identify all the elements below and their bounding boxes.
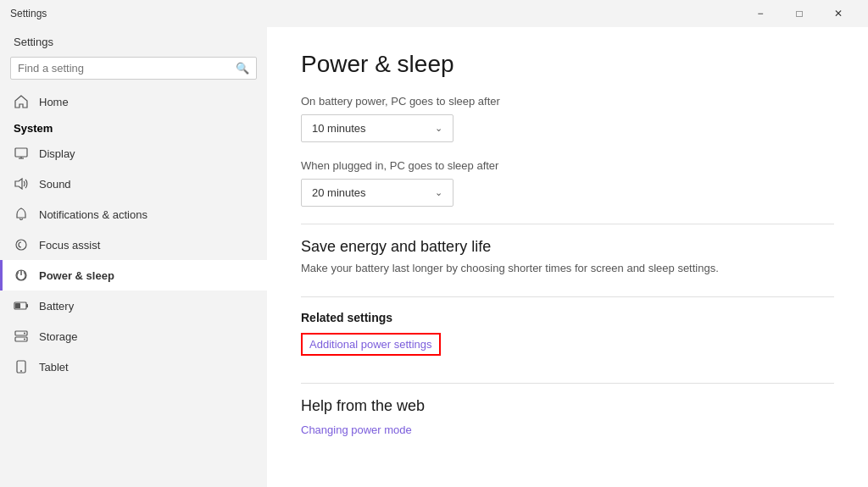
maximize-button[interactable]: □ — [780, 0, 819, 27]
sidebar-item-focus-label: Focus assist — [39, 239, 100, 252]
search-icon: 🔍 — [236, 62, 249, 75]
svg-point-13 — [24, 339, 25, 340]
additional-power-link[interactable]: Additional power settings — [301, 333, 441, 356]
help-heading: Help from the web — [301, 397, 834, 415]
power-icon — [14, 268, 29, 283]
battery-icon — [14, 298, 29, 313]
app-title: Settings — [10, 8, 47, 19]
home-icon — [14, 94, 29, 109]
sidebar-item-tablet[interactable]: Tablet — [0, 351, 267, 382]
svg-marker-3 — [15, 179, 22, 189]
battery-sleep-dropdown[interactable]: 10 minutes ⌄ — [301, 114, 453, 142]
minimize-button[interactable]: − — [741, 0, 780, 27]
storage-icon — [14, 329, 29, 344]
chevron-down-icon-2: ⌄ — [435, 187, 442, 198]
display-icon — [14, 146, 29, 161]
tablet-icon — [14, 359, 29, 374]
sidebar-item-battery-label: Battery — [39, 300, 74, 313]
svg-point-4 — [16, 240, 26, 250]
sidebar-item-display[interactable]: Display — [0, 138, 267, 169]
chevron-down-icon: ⌄ — [435, 123, 442, 134]
battery-power-label: On battery power, PC goes to sleep after — [301, 95, 834, 108]
window-controls: − □ ✕ — [741, 0, 858, 27]
sidebar-item-power[interactable]: Power & sleep — [0, 260, 267, 291]
sidebar-item-home-label: Home — [39, 96, 69, 108]
main-content: Power & sleep On battery power, PC goes … — [267, 27, 868, 487]
divider-2 — [301, 296, 834, 297]
system-label: System — [0, 117, 267, 138]
sidebar-title: Settings — [0, 27, 267, 53]
sidebar-item-tablet-label: Tablet — [39, 361, 69, 374]
sidebar-item-notifications[interactable]: Notifications & actions — [0, 199, 267, 230]
title-bar: Settings − □ ✕ — [0, 0, 868, 27]
sidebar-item-storage[interactable]: Storage — [0, 321, 267, 351]
search-bar[interactable]: 🔍 — [10, 57, 257, 80]
plugged-in-label: When plugged in, PC goes to sleep after — [301, 159, 834, 172]
divider-3 — [301, 383, 834, 384]
sidebar-item-power-label: Power & sleep — [39, 269, 114, 282]
close-button[interactable]: ✕ — [819, 0, 858, 27]
sidebar-item-storage-label: Storage — [39, 330, 78, 343]
sidebar-item-focus[interactable]: Focus assist — [0, 230, 267, 260]
svg-rect-9 — [15, 303, 20, 308]
sidebar-item-display-label: Display — [39, 147, 75, 160]
sidebar-item-notifications-label: Notifications & actions — [39, 208, 147, 221]
page-title: Power & sleep — [301, 51, 834, 78]
svg-point-15 — [20, 370, 22, 372]
search-input[interactable] — [18, 62, 236, 75]
notifications-icon — [14, 207, 29, 222]
divider-1 — [301, 224, 834, 224]
sidebar-item-sound-label: Sound — [39, 178, 71, 191]
sound-icon — [14, 176, 29, 191]
changing-power-mode-link[interactable]: Changing power mode — [301, 423, 412, 436]
plugged-sleep-value: 20 minutes — [312, 186, 366, 199]
save-energy-desc: Make your battery last longer by choosin… — [301, 261, 776, 276]
svg-rect-8 — [26, 304, 28, 307]
app-body: Settings 🔍 Home System D — [0, 27, 868, 487]
sidebar-item-sound[interactable]: Sound — [0, 169, 267, 199]
save-energy-heading: Save energy and battery life — [301, 238, 834, 256]
plugged-sleep-dropdown[interactable]: 20 minutes ⌄ — [301, 179, 453, 207]
svg-rect-0 — [15, 148, 27, 157]
focus-icon — [14, 237, 29, 252]
related-settings-label: Related settings — [301, 311, 834, 324]
sidebar-item-battery[interactable]: Battery — [0, 291, 267, 321]
svg-point-12 — [24, 333, 25, 335]
sidebar-item-home[interactable]: Home — [0, 86, 267, 117]
battery-sleep-value: 10 minutes — [312, 122, 366, 135]
sidebar: Settings 🔍 Home System D — [0, 27, 267, 487]
